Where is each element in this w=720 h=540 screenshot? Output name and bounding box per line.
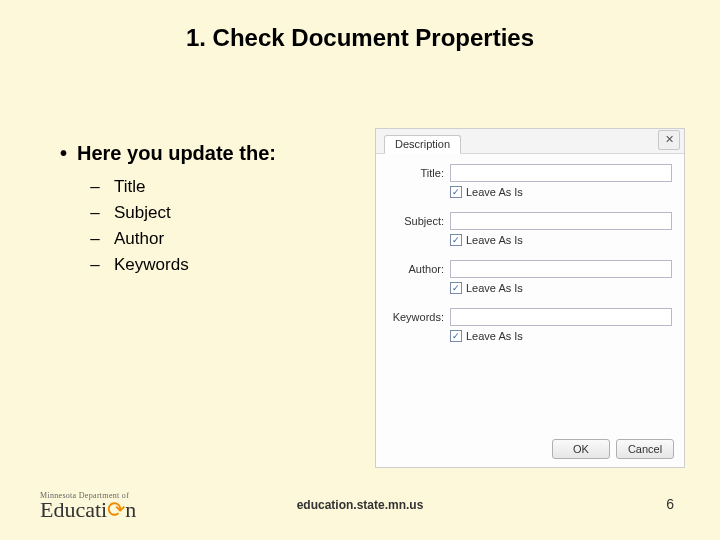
sub-bullet-list: – Title – Subject – Author – Keywords [90,176,360,276]
dash-icon: – [90,176,100,198]
keywords-input[interactable] [450,308,672,326]
author-label: Author: [388,263,444,275]
leave-as-is-row: ✓ Leave As Is [450,234,672,246]
field-group-keywords: Keywords: ✓ Leave As Is [388,308,672,342]
leave-as-is-row: ✓ Leave As Is [450,330,672,342]
slide-title: 1. Check Document Properties [0,24,720,52]
sub-item-label: Keywords [114,254,189,276]
leave-as-is-checkbox[interactable]: ✓ [450,186,462,198]
bullet-text: Here you update the: [77,140,276,166]
cancel-button[interactable]: Cancel [616,439,674,459]
check-icon: ✓ [452,236,460,245]
leave-as-is-checkbox[interactable]: ✓ [450,330,462,342]
subject-label: Subject: [388,215,444,227]
slide: 1. Check Document Properties • Here you … [0,0,720,540]
sub-item: – Keywords [90,254,360,276]
properties-dialog: Description ✕ Title: ✓ Leave As Is Subje… [375,128,685,468]
leave-as-is-row: ✓ Leave As Is [450,186,672,198]
sub-item-label: Author [114,228,164,250]
title-label: Title: [388,167,444,179]
page-number: 6 [666,496,674,512]
ok-button[interactable]: OK [552,439,610,459]
leave-as-is-row: ✓ Leave As Is [450,282,672,294]
check-icon: ✓ [452,284,460,293]
footer-url: education.state.mn.us [0,498,720,512]
leave-as-is-label: Leave As Is [466,234,523,246]
leave-as-is-label: Leave As Is [466,330,523,342]
leave-as-is-checkbox[interactable]: ✓ [450,282,462,294]
author-input[interactable] [450,260,672,278]
dash-icon: – [90,202,100,224]
bullet-item: • Here you update the: [60,140,360,166]
dialog-button-row: OK Cancel [552,439,674,459]
field-group-subject: Subject: ✓ Leave As Is [388,212,672,246]
check-icon: ✓ [452,332,460,341]
sub-item-label: Subject [114,202,171,224]
subject-input[interactable] [450,212,672,230]
sub-item: – Title [90,176,360,198]
field-group-title: Title: ✓ Leave As Is [388,164,672,198]
content-body: • Here you update the: – Title – Subject… [60,140,360,280]
close-button[interactable]: ✕ [658,130,680,150]
dialog-body: Title: ✓ Leave As Is Subject: ✓ Leave As… [376,154,684,362]
field-group-author: Author: ✓ Leave As Is [388,260,672,294]
tab-description[interactable]: Description [384,135,461,154]
leave-as-is-label: Leave As Is [466,282,523,294]
dialog-tabbar: Description ✕ [376,129,684,154]
leave-as-is-checkbox[interactable]: ✓ [450,234,462,246]
dash-icon: – [90,254,100,276]
leave-as-is-label: Leave As Is [466,186,523,198]
keywords-label: Keywords: [388,311,444,323]
close-icon: ✕ [665,133,674,145]
sub-item: – Subject [90,202,360,224]
check-icon: ✓ [452,188,460,197]
title-input[interactable] [450,164,672,182]
dash-icon: – [90,228,100,250]
sub-item-label: Title [114,176,146,198]
bullet-dot-icon: • [60,140,67,166]
sub-item: – Author [90,228,360,250]
